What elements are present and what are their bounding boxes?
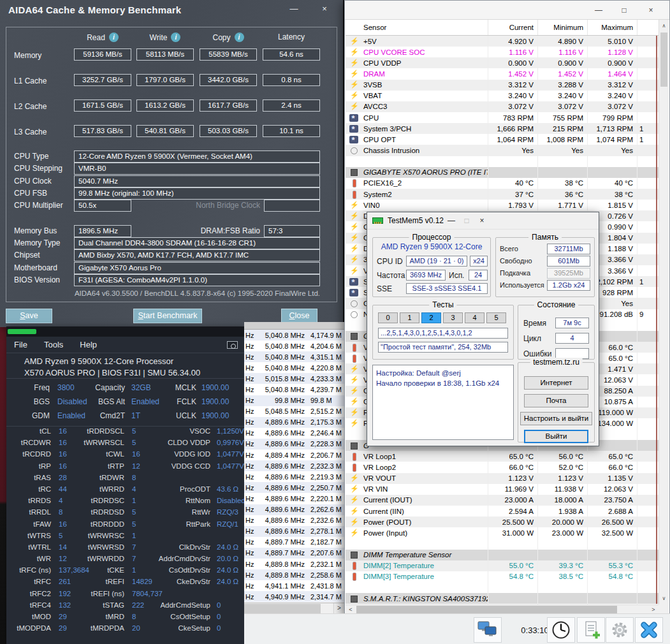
close-icon[interactable]: × — [317, 4, 331, 17]
sensor-row[interactable]: CPU OPT 1,064 RPM 1,008 RPM 1,074 RPM 1 — [346, 134, 659, 145]
sensor-row[interactable]: PCIEX16_2 40 °C 38 °C 40 °C — [346, 178, 659, 189]
clock-row[interactable]: Hz 4,889.6 MHz 2,250.7 M — [244, 482, 344, 493]
exit-button[interactable] — [635, 617, 663, 643]
column-minimum[interactable]: Minimum — [537, 20, 587, 35]
sensors-titlebar[interactable]: — □ × — [345, 1, 669, 20]
sensor-row[interactable]: System 3/PCH 1,666 RPM 215 RPM 1,713 RPM… — [346, 123, 659, 134]
clock-row[interactable]: Hz 5,040.8 MHz 4,239.7 M — [244, 384, 344, 395]
dialog-button[interactable]: Почта — [524, 394, 588, 407]
sensor-row[interactable] — [346, 582, 659, 593]
sensor-row[interactable]: Current (IIN) 2.594 A 1.938 A 2.688 A — [346, 506, 659, 516]
sensor-row[interactable]: VR VIN 11.969 V 11.938 V 12.063 V — [346, 484, 659, 495]
close-icon[interactable]: × — [641, 3, 660, 17]
sensor-row[interactable]: VR VOUT 1.123 V 1.123 V 1.135 V — [346, 473, 659, 484]
clock-row[interactable]: Hz 4,889.8 MHz 2,232.1 M — [244, 559, 344, 569]
dialog-button[interactable]: Интернет — [524, 376, 588, 390]
info-icon[interactable] — [171, 33, 180, 42]
network-computers-button[interactable] — [474, 617, 502, 643]
close-icon[interactable]: × — [474, 216, 490, 225]
sensor-row[interactable]: DIMM[2] Temperature 55.0 °C 39.3 °C 55.3… — [346, 560, 659, 571]
clock-row[interactable]: Hz 4,889.6 MHz 2,220.1 M — [244, 493, 344, 504]
clock-row[interactable]: Hz 4,889.7 MHz 2,207.6 M — [244, 548, 344, 559]
sensor-row[interactable]: CPU 783 RPM 755 RPM 799 RPM — [346, 112, 659, 123]
clock-row[interactable]: Hz 4,889.6 MHz 2,175.3 M — [244, 417, 344, 428]
scroll-up-icon[interactable]: ∧ — [659, 21, 669, 31]
clock-row[interactable]: Hz 4,889.6 MHz 2,262.6 M — [244, 504, 344, 515]
sensor-row[interactable]: Current (IOUT) 23.000 A 18.000 A 23.750 … — [346, 495, 659, 506]
test-tab[interactable]: 5 — [486, 312, 506, 323]
close-button[interactable]: Close — [281, 309, 317, 323]
scroll-right-icon[interactable]: > — [333, 603, 344, 613]
clock-row[interactable]: Hz 4,889.6 MHz 2,219.3 M — [244, 471, 344, 482]
maximize-icon[interactable]: □ — [615, 3, 634, 17]
sensor-row[interactable]: VR Loop1 65.0 °C 56.0 °C 65.0 °C — [346, 451, 659, 462]
clock-row[interactable]: Hz 4,941.1 MHz 2,431.8 M — [244, 580, 344, 591]
info-icon[interactable] — [109, 33, 119, 42]
sensor-row[interactable]: VR Loop2 66.0 °C 52.0 °C 66.0 °C — [346, 462, 659, 472]
sensor-row[interactable]: S.M.A.R.T.: KINGSTON SA400S37192... — [346, 593, 659, 604]
minimize-icon[interactable]: — — [589, 3, 608, 17]
sensor-row[interactable]: AVCC3 3.072 V 3.072 V 3.072 V — [346, 101, 659, 112]
column-current[interactable]: Current — [488, 20, 537, 35]
test-tab[interactable]: 1 — [400, 312, 419, 323]
minimize-icon[interactable]: — — [444, 216, 459, 225]
sensor-row[interactable]: VBAT 3.240 V 3.240 V 3.240 V — [346, 91, 659, 101]
dialog-button[interactable]: Настроить и выйти — [520, 412, 592, 425]
zentimings-titlebar[interactable] — [6, 326, 244, 337]
clock-row[interactable]: Hz 4,889.6 MHz 2,278.1 M — [244, 526, 344, 537]
sensor-row[interactable] — [346, 156, 659, 167]
menu-file[interactable]: File — [14, 340, 27, 349]
sensor-row[interactable]: CPU VCORE SOC 1.116 V 1.116 V 1.128 V — [346, 47, 659, 57]
sensor-row[interactable] — [346, 538, 659, 549]
clock-row[interactable]: Hz 5,040.8 MHz 4,220.8 M — [244, 362, 344, 373]
test-tab[interactable]: 4 — [465, 312, 484, 323]
test-tab[interactable]: 0 — [378, 312, 398, 323]
horizontal-scrollbar[interactable]: > — [244, 603, 344, 613]
clock-row[interactable]: Hz 5,040.8 MHz 4,315.1 M — [244, 351, 344, 362]
test-tab[interactable]: 3 — [443, 312, 463, 323]
vertical-scrollbar[interactable]: ∧ ∨ — [659, 20, 669, 604]
sensor-row[interactable]: Chassis Intrusion Yes Yes Yes — [346, 145, 659, 156]
sensor-row[interactable]: VIN0 1.793 V 1.771 V 1.815 V — [346, 200, 659, 210]
clock-row[interactable]: Hz 4,889.6 MHz 2,232.6 M — [244, 515, 344, 526]
sensor-row[interactable]: DIMM Temperature Sensor — [346, 550, 659, 560]
minimize-icon[interactable]: — — [287, 4, 301, 17]
start-benchmark-button[interactable]: Start Benchmark — [133, 309, 202, 323]
sensor-row[interactable]: Power (Input) 31.000 W 23.000 W 32.500 W — [346, 527, 659, 538]
testmem5-titlebar[interactable]: TestMem5 v0.12 — □ × — [367, 212, 599, 230]
clock-row[interactable]: Hz 4,889.6 MHz 2,246.4 M — [244, 428, 344, 439]
sensor-row[interactable]: CPU VDDP 0.900 V 0.900 V 0.900 V — [346, 57, 659, 68]
clock-row[interactable]: Hz 4,889.6 MHz 2,232.3 M — [244, 460, 344, 471]
test-log[interactable]: Настройка: Default @serjНачало проверки … — [372, 365, 514, 440]
scroll-down-icon[interactable]: ∨ — [659, 594, 669, 603]
sensor-row[interactable]: +5V 4.920 V 4.890 V 5.010 V — [346, 36, 659, 47]
clock-button[interactable] — [547, 617, 575, 643]
clock-row[interactable]: Hz 5,040.8 MHz 4,204.6 M — [244, 340, 344, 351]
sensor-row[interactable]: DIMM[3] Temperature 54.8 °C 38.5 °C 54.8… — [346, 571, 659, 582]
clock-row[interactable]: Hz 4,889.7 MHz 2,182.7 M — [244, 537, 344, 548]
clock-row[interactable]: Hz 4,889.8 MHz 2,258.6 M — [244, 569, 344, 580]
report-button[interactable] — [577, 617, 605, 643]
sensor-row[interactable]: System2 37 °C 36 °C 38 °C — [346, 189, 659, 200]
sensor-row[interactable]: 3VSB 3.312 V 3.288 V 3.312 V — [346, 80, 659, 91]
sensor-row[interactable]: Power (POUT) 25.500 W 20.000 W 26.500 W — [346, 516, 659, 527]
menu-help[interactable]: Help — [80, 340, 97, 349]
save-button[interactable]: Save — [6, 309, 52, 323]
settings-button[interactable] — [606, 617, 634, 643]
dialog-button[interactable]: Выйти — [524, 430, 588, 443]
clock-row[interactable]: Hz 4,889.6 MHz 2,228.3 M — [244, 439, 344, 450]
clock-row[interactable]: Hz 5,048.5 MHz 2,515.2 M — [244, 406, 344, 417]
clock-row[interactable]: Hz 4,940.9 MHz 2,314.7 M — [244, 591, 344, 602]
column-sensor[interactable]: Sensor — [346, 24, 488, 31]
sensor-row[interactable]: DRAM 1.452 V 1.452 V 1.464 V — [346, 68, 659, 79]
info-icon[interactable] — [235, 33, 244, 42]
test-tab[interactable]: 2 — [421, 312, 441, 323]
scrollbar-thumb[interactable] — [244, 604, 321, 613]
clock-row[interactable]: Hz 4,889.4 MHz 2,206.7 M — [244, 450, 344, 460]
clock-row[interactable]: Hz 99.8 MHz 99.8 M — [244, 395, 344, 406]
sensor-row[interactable]: GIGABYTE X570 AORUS PRO (ITE IT87... — [346, 167, 659, 178]
menu-tools[interactable]: Tools — [44, 340, 63, 349]
screenshot-icon[interactable] — [227, 341, 238, 349]
clock-row[interactable]: Hz 5,015.8 MHz 4,233.3 M — [244, 373, 344, 384]
column-maximum[interactable]: Maximum — [587, 20, 637, 35]
